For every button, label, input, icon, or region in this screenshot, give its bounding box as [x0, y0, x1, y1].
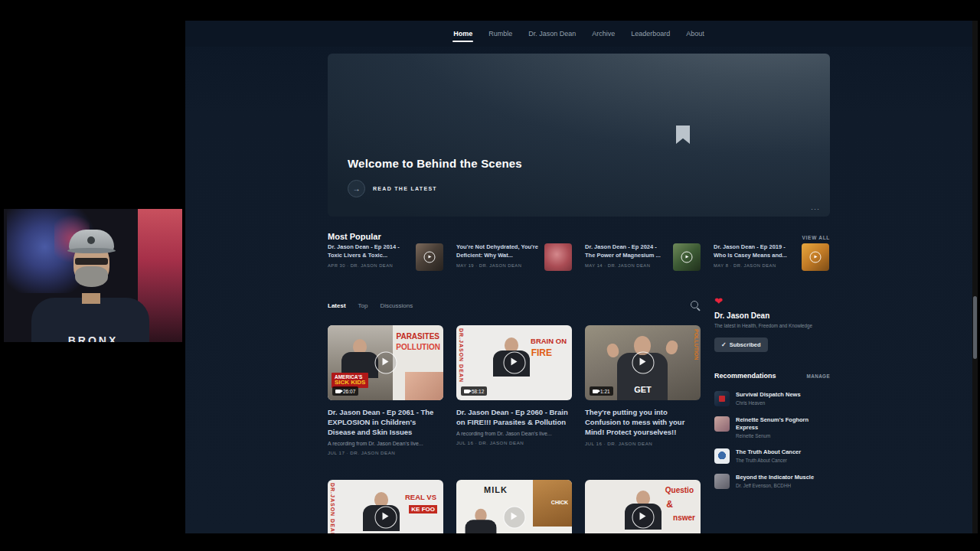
recommendations-header: Recommendations MANAGE	[714, 372, 830, 380]
hero-banner[interactable]: Welcome to Behind the Scenes → READ THE …	[328, 54, 830, 217]
popular-item-title: You're Not Dehydrated, You're Deficient:…	[456, 243, 538, 259]
subscribed-button[interactable]: ✓ Subscribed	[714, 337, 768, 352]
video-thumbnail[interactable]: MILK CHICK	[456, 480, 572, 533]
popular-item-title: Dr. Jason Dean - Ep 2019 - Who Is Casey …	[714, 243, 795, 259]
duration-badge: 1:21	[590, 386, 613, 396]
video-camera-icon	[464, 390, 469, 393]
search-icon[interactable]	[691, 301, 701, 311]
thumbnail-text: MILK	[484, 485, 508, 494]
tab-discussions[interactable]: Discussions	[380, 302, 413, 309]
recommendation-name: Beyond the Indicator Muscle	[736, 474, 814, 481]
most-popular-row: Dr. Jason Dean - Ep 2014 - Toxic Livers …	[328, 243, 830, 271]
video-title[interactable]: Dr. Jason Dean - Ep 2060 - Brain on FIRE…	[456, 407, 572, 427]
nav-home[interactable]: Home	[452, 21, 473, 47]
nav-leaderboard[interactable]: Leaderboard	[630, 21, 671, 47]
person-beard	[75, 266, 108, 287]
person-neck	[82, 293, 100, 304]
community-tagline: The latest in Health, Freedom and Knowle…	[714, 323, 830, 328]
popular-item-4[interactable]: Dr. Jason Dean - Ep 2019 - Who Is Casey …	[714, 243, 829, 271]
thumbnail-side-text: DR.JASON DEAN	[330, 483, 335, 533]
nav-about[interactable]: About	[685, 21, 705, 47]
recommendation-author: Chris Heaven	[736, 400, 801, 406]
popular-item-title: Dr. Jason Dean - Ep 2014 - Toxic Livers …	[328, 243, 410, 259]
recommendation-indicator-muscle[interactable]: Beyond the Indicator Muscle Dr. Jeff Eve…	[714, 474, 830, 489]
recommendation-name: Survival Dispatch News	[736, 391, 801, 399]
popular-item-meta: MAY 8 · DR. JASON DEAN	[714, 263, 795, 268]
community-name: Dr. Jason Dean	[714, 311, 830, 320]
recommendation-truth-about-cancer[interactable]: The Truth About Cancer The Truth About C…	[714, 448, 830, 464]
popular-item-thumbnail[interactable]	[802, 243, 829, 271]
video-card-real-vs-fake-food[interactable]: DR.JASON DEAN REAL VS KE FOO	[328, 480, 443, 533]
play-icon[interactable]	[374, 352, 397, 374]
thumbnail-text: POLLUTION	[396, 343, 440, 351]
video-thumbnail[interactable]: PARASITES POLLUTION AMERICA'S SICK KIDS …	[328, 325, 443, 400]
popular-item-meta: MAY 14 · DR. JASON DEAN	[585, 263, 667, 268]
nav-dr-jason-dean[interactable]: Dr. Jason Dean	[528, 21, 577, 47]
thumbnail-text: KE FOO	[409, 505, 437, 514]
recommendation-foghorn-express[interactable]: Reinette Senum's Foghorn Express Reinett…	[714, 416, 830, 439]
recommendations-title: Recommendations	[714, 372, 776, 380]
manage-link[interactable]: MANAGE	[807, 373, 830, 379]
video-card-confusion[interactable]: POLLUTION GET 1:21 They're putting you i…	[585, 325, 701, 469]
community-page: Home Rumble Dr. Jason Dean Archive Leade…	[185, 21, 972, 533]
recommendation-name: Reinette Senum's Foghorn Express	[736, 416, 830, 432]
thumbnail-text: PARASITES	[397, 332, 440, 341]
video-thumbnail[interactable]: POLLUTION GET 1:21	[585, 325, 701, 400]
play-icon[interactable]	[632, 352, 654, 374]
thumbnail-text: CHICK	[551, 500, 568, 505]
play-icon[interactable]	[503, 507, 525, 529]
nav-archive[interactable]: Archive	[591, 21, 616, 47]
view-all-link[interactable]: VIEW ALL	[802, 235, 830, 240]
video-card-ep2060[interactable]: DR.JASON DEAN BRAIN ON FIRE 58:12 Dr. Ja…	[456, 325, 572, 469]
thumbnail-text: FIRE	[531, 347, 552, 358]
recommendation-author: The Truth About Cancer	[736, 458, 801, 463]
thumbnail-text: nswer	[673, 514, 695, 522]
recommendation-survival-dispatch[interactable]: Survival Dispatch News Chris Heaven	[714, 391, 830, 406]
video-card-ep2061[interactable]: PARASITES POLLUTION AMERICA'S SICK KIDS …	[328, 325, 443, 469]
video-thumbnail[interactable]: Questio & nswer	[585, 480, 701, 533]
bookmark-icon[interactable]	[676, 126, 690, 144]
video-meta: JUL 16 · DR. JASON DEAN	[456, 440, 572, 445]
duration-badge: 58:12	[461, 386, 487, 396]
play-icon	[681, 252, 693, 263]
popular-item-3[interactable]: Dr. Jason Dean - Ep 2024 - The Power of …	[585, 243, 701, 271]
thumbnail-text: REAL VS	[405, 493, 436, 501]
avatar	[714, 391, 730, 406]
tab-top[interactable]: Top	[358, 302, 368, 309]
person-silhouette	[462, 509, 501, 533]
thumbnail-side-text: DR.JASON DEAN	[459, 328, 464, 383]
video-thumbnail[interactable]: DR.JASON DEAN BRAIN ON FIRE 58:12	[456, 325, 572, 400]
video-meta: JUL 16 · DR. JASON DEAN	[585, 441, 701, 446]
popular-item-thumbnail[interactable]	[673, 243, 701, 271]
feed-tabs: Latest Top Discussions	[328, 301, 701, 311]
tab-latest[interactable]: Latest	[328, 302, 346, 309]
popular-item-thumbnail[interactable]	[544, 243, 572, 271]
thumbnail-text: &	[666, 499, 673, 510]
video-card-question-answer[interactable]: Questio & nswer	[585, 480, 701, 533]
video-card-milk[interactable]: MILK CHICK	[456, 480, 572, 533]
popular-item-text: You're Not Dehydrated, You're Deficient:…	[456, 243, 538, 271]
community-logo-heart-icon: ❤	[714, 296, 830, 306]
scrollbar[interactable]	[972, 21, 978, 533]
thumbnail-text: BRAIN ON	[531, 337, 567, 345]
popular-item-1[interactable]: Dr. Jason Dean - Ep 2014 - Toxic Livers …	[328, 243, 443, 271]
video-title[interactable]: Dr. Jason Dean - Ep 2061 - The EXPLOSION…	[328, 407, 443, 437]
play-icon[interactable]	[503, 352, 525, 374]
more-options-icon[interactable]: ···	[811, 205, 820, 213]
nav-rumble[interactable]: Rumble	[488, 21, 513, 47]
arrow-right-icon[interactable]: →	[348, 180, 365, 197]
video-feed-grid: PARASITES POLLUTION AMERICA'S SICK KIDS …	[328, 325, 701, 533]
hero-title: Welcome to Behind the Scenes	[348, 157, 522, 170]
top-nav: Home Rumble Dr. Jason Dean Archive Leade…	[185, 21, 972, 47]
play-icon[interactable]	[632, 507, 654, 529]
video-title[interactable]: They're putting you into Confusion to me…	[585, 407, 701, 437]
person-glasses	[75, 258, 108, 265]
popular-item-2[interactable]: You're Not Dehydrated, You're Deficient:…	[456, 243, 572, 271]
avatar	[714, 448, 730, 464]
scrollbar-thumb[interactable]	[973, 296, 977, 359]
popular-item-thumbnail[interactable]	[416, 243, 443, 271]
video-thumbnail[interactable]: DR.JASON DEAN REAL VS KE FOO	[328, 480, 443, 533]
subscribed-label: Subscribed	[730, 341, 761, 348]
read-latest-button[interactable]: → READ THE LATEST	[348, 180, 437, 197]
play-icon[interactable]	[374, 507, 397, 529]
